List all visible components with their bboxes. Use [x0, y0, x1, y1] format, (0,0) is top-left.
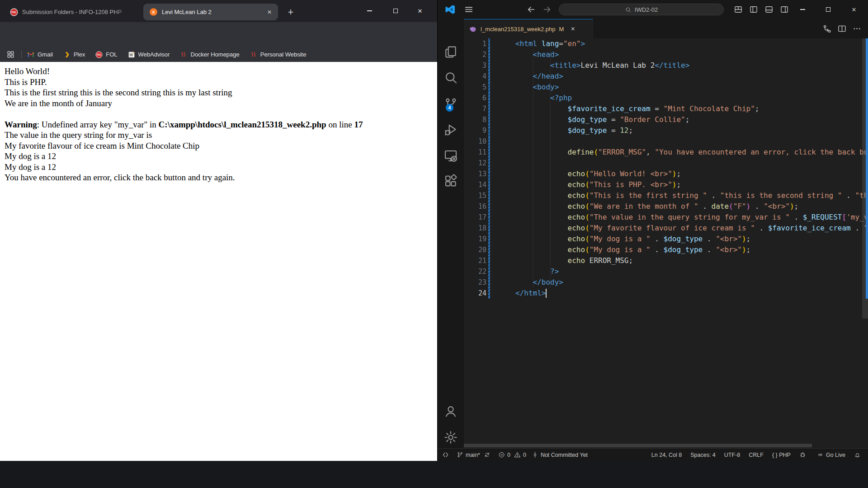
- new-tab-button[interactable]: +: [284, 6, 297, 19]
- bookmark-personal-website[interactable]: Personal Website: [250, 51, 307, 58]
- bookmark-gmail[interactable]: Gmail: [27, 51, 53, 58]
- line-number: 2: [464, 49, 486, 60]
- vscode-close-button[interactable]: ✕: [844, 3, 864, 16]
- activity-run-debug-icon[interactable]: [443, 122, 458, 137]
- activity-accounts-icon[interactable]: [443, 404, 458, 418]
- activity-remote-explorer-icon[interactable]: [443, 148, 458, 163]
- status-remote-indicator[interactable]: [439, 450, 454, 460]
- code-line[interactable]: 7 $favorite_ice_cream = "Mint Chocolate …: [464, 103, 868, 114]
- code-line[interactable]: 23 </body>: [464, 277, 868, 288]
- xampp-favicon-icon: X: [149, 8, 158, 16]
- bookmark-docker-homepage[interactable]: Docker Homepage: [180, 51, 239, 58]
- code-line[interactable]: 9 $dog_type = 12;: [464, 125, 868, 136]
- activity-explorer-icon[interactable]: [443, 45, 458, 59]
- horizontal-scrollbar[interactable]: [464, 443, 868, 448]
- status-notifications-bell[interactable]: [851, 450, 866, 460]
- tab-title: Submission Folders - INFO-1208 PHP: [22, 9, 131, 15]
- browser-tab-inactive[interactable]: FOL Submission Folders - INFO-1208 PHP: [5, 4, 140, 20]
- code-line[interactable]: 21 echo ERROR_MSG;: [464, 255, 868, 266]
- browser-close-button[interactable]: ✕: [413, 5, 427, 17]
- code-editor[interactable]: 1<html lang="en">2 <head>3 <title>Levi M…: [464, 38, 868, 443]
- code-line[interactable]: 11 define("ERROR_MSG", "You have encount…: [464, 147, 868, 158]
- toggle-sidebar-icon[interactable]: [749, 5, 758, 14]
- code-line[interactable]: 24</html>: [464, 288, 868, 299]
- line-number: 7: [464, 103, 486, 114]
- status-encoding[interactable]: UTF-8: [722, 450, 743, 460]
- status-label: Not Committed Yet: [541, 452, 588, 458]
- toggle-secondary-sidebar-icon[interactable]: [780, 5, 789, 14]
- line-number: 23: [464, 277, 486, 288]
- tab-close-icon[interactable]: ✕: [264, 7, 274, 17]
- line-number: 14: [464, 179, 486, 190]
- apps-grid-icon[interactable]: [6, 50, 15, 59]
- bookmark-fol[interactable]: FOLFOL: [95, 51, 117, 58]
- code-line[interactable]: 10: [464, 136, 868, 147]
- code-line[interactable]: 16 echo("We are in the month of " . date…: [464, 201, 868, 212]
- vscode-minimize-button[interactable]: [792, 3, 813, 16]
- code-line[interactable]: 14 echo("This is PHP. <br>");: [464, 179, 868, 190]
- open-changes-icon[interactable]: [822, 24, 832, 33]
- gmail-icon: [27, 51, 34, 58]
- status-commit-status[interactable]: Not Committed Yet: [529, 450, 590, 460]
- status-extension-status[interactable]: [797, 450, 811, 460]
- code-line[interactable]: 1<html lang="en">: [464, 38, 868, 49]
- code-line[interactable]: 4 </head>: [464, 71, 868, 82]
- code-line[interactable]: 6 <?php: [464, 93, 868, 103]
- customize-layout-icon[interactable]: [734, 5, 743, 14]
- code-line[interactable]: 18 echo("My favorite flavour of ice crea…: [464, 223, 868, 234]
- activity-settings-icon[interactable]: [443, 430, 458, 445]
- bookmark-webadvisor[interactable]: WebAdvisor: [128, 51, 170, 58]
- status-label: Ln 24, Col 8: [651, 452, 682, 458]
- status-go-live[interactable]: Go Live: [814, 450, 848, 460]
- code-text: </head>: [515, 71, 563, 82]
- browser-maximize-button[interactable]: [389, 5, 402, 17]
- activity-bar: 4: [438, 19, 464, 448]
- editor-tab-active[interactable]: l_mclean215318_week2.php M ✕: [464, 19, 593, 38]
- code-line[interactable]: 3 <title>Levi McLean Lab 2</title>: [464, 60, 868, 71]
- status-eol-sequence[interactable]: CRLF: [746, 450, 766, 460]
- bookmark-plex[interactable]: Plex: [63, 51, 85, 58]
- search-icon: [625, 6, 632, 13]
- menu-hamburger-icon[interactable]: [464, 5, 474, 14]
- more-actions-icon[interactable]: [852, 24, 862, 33]
- code-line[interactable]: 22 ?>: [464, 266, 868, 277]
- plex-icon: [63, 51, 71, 58]
- command-search-box[interactable]: IWD2-02: [559, 4, 724, 15]
- code-line[interactable]: 13 echo("Hello World! <br>");: [464, 169, 868, 179]
- code-line[interactable]: 2 <head>: [464, 49, 868, 60]
- code-line[interactable]: 20 echo("My dog is a " . $dog_type . "<b…: [464, 244, 868, 255]
- browser-minimize-button[interactable]: [363, 5, 376, 17]
- code-line[interactable]: 15 echo("This is the first string " . "t…: [464, 190, 868, 201]
- toggle-panel-icon[interactable]: [764, 5, 774, 14]
- code-text: <title>Levi McLean Lab 2</title>: [515, 60, 689, 71]
- output-line: This is PHP.: [5, 77, 437, 88]
- activity-search-icon[interactable]: [443, 70, 458, 85]
- browser-tab-active[interactable]: X Levi McLean Lab 2 ✕: [143, 4, 278, 20]
- code-line[interactable]: 5 <body>: [464, 82, 868, 93]
- error-icon: [498, 451, 505, 458]
- nav-back-icon[interactable]: [526, 5, 536, 14]
- line-number: 11: [464, 147, 486, 158]
- status-cursor-position[interactable]: Ln 24, Col 8: [649, 450, 684, 460]
- tab-filename: l_mclean215318_week2.php: [481, 26, 556, 33]
- nav-forward-icon[interactable]: [542, 5, 552, 14]
- output-line: My dog is a 12: [5, 151, 437, 162]
- code-line[interactable]: 12: [464, 158, 868, 169]
- tab-close-icon[interactable]: ✕: [568, 24, 577, 33]
- code-line[interactable]: 19 echo("My dog is a " . $dog_type . "<b…: [464, 234, 868, 244]
- modified-overview-mark: [866, 38, 868, 299]
- bookmark-label: Docker Homepage: [190, 51, 239, 58]
- browser-toolbar: localhost/l_mclean215318_week2.php 1: [0, 22, 437, 47]
- status-indentation[interactable]: Spaces: 4: [688, 450, 718, 460]
- modified-badge: M: [559, 26, 564, 33]
- code-line[interactable]: 17 echo("The value in the query string f…: [464, 212, 868, 223]
- status-language-mode[interactable]: { } PHP: [769, 450, 793, 460]
- status-label: Go Live: [826, 452, 845, 458]
- activity-extensions-icon[interactable]: [443, 174, 458, 188]
- vscode-maximize-button[interactable]: [818, 3, 839, 16]
- status-branch-status[interactable]: main*: [454, 450, 495, 460]
- status-problems-status[interactable]: 00: [495, 450, 529, 460]
- split-editor-icon[interactable]: [837, 24, 847, 33]
- webpage-content: Hello World!This is PHP.This is the firs…: [0, 62, 437, 461]
- code-line[interactable]: 8 $dog_type = "Border Collie";: [464, 114, 868, 125]
